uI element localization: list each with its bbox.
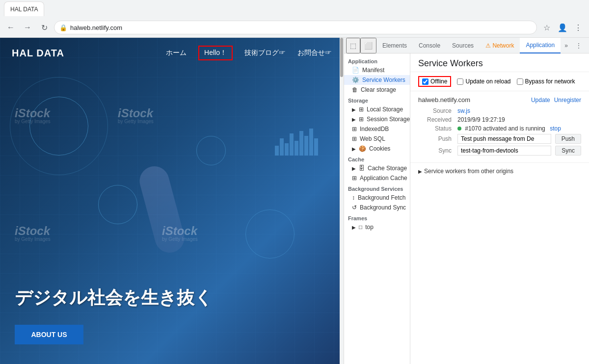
frames-top-icon: □ [359, 224, 362, 231]
sw-status-dot [457, 127, 461, 130]
back-button[interactable]: ← [4, 21, 18, 34]
offline-control[interactable]: Offline [418, 76, 451, 87]
offline-checkbox[interactable] [422, 78, 428, 85]
tab-elements[interactable]: Elements [376, 38, 413, 53]
bookmark-button[interactable]: ☆ [540, 21, 554, 34]
menu-button[interactable]: ⋮ [571, 21, 585, 34]
browser-tab[interactable]: HAL DATA [4, 1, 44, 16]
sw-received-row: Received 2019/9/9 19:27:19 [418, 116, 581, 123]
nav-contact[interactable]: お問合せ☞ [297, 49, 332, 57]
devtools-settings-button[interactable]: ⋮ [572, 38, 586, 53]
scroll-bar[interactable] [340, 38, 344, 364]
sidebar-section-application: Application [344, 55, 410, 65]
browser-chrome: HAL DATA ← → ↻ 🔒 halweb.netlify.com ☆ 👤 … [0, 0, 589, 38]
devtools-dock-button[interactable]: ⬜ [360, 38, 376, 53]
about-us-button[interactable]: ABOUT US [15, 325, 83, 344]
tab-application[interactable]: Application [520, 38, 561, 53]
session-storage-arrow: ▶ [352, 117, 356, 122]
nav-blog[interactable]: 技術ブログ☞ [244, 49, 286, 57]
sw-unregister-link[interactable]: Unregister [554, 97, 581, 104]
sidebar-item-local-storage[interactable]: ▶ ⊞ Local Storage [344, 104, 410, 114]
sidebar-label-session-storage: Session Storage [367, 116, 410, 123]
sw-source-value[interactable]: sw.js [457, 107, 470, 114]
sw-status-text: #1070 activated and is running [465, 125, 545, 132]
sw-source-label: Source [418, 107, 457, 114]
web-sql-icon: ⊞ [352, 135, 357, 142]
local-storage-arrow: ▶ [352, 107, 356, 112]
more-tabs-button[interactable]: » [561, 38, 572, 53]
bypass-network-control[interactable]: Bypass for network [517, 78, 575, 85]
reload-button[interactable]: ↻ [37, 21, 51, 34]
sw-update-link[interactable]: Update [531, 97, 550, 104]
sidebar-item-app-cache[interactable]: ⊞ Application Cache [344, 173, 410, 183]
cache-storage-icon: 🗄 [359, 165, 365, 172]
service-workers-icon: ⚙️ [352, 77, 359, 83]
devtools-main-panel: Service Workers Offline Update on reload… [410, 53, 589, 364]
account-button[interactable]: 👤 [556, 21, 569, 34]
tab-network[interactable]: ⚠ Network [480, 38, 520, 53]
sw-actions: Update Unregister [531, 97, 581, 104]
bypass-network-checkbox[interactable] [517, 78, 523, 85]
sidebar-label-manifest: Manifest [362, 67, 384, 74]
website-viewport: iStock by Getty Images iStock by Getty I… [0, 38, 344, 364]
app-cache-icon: ⊞ [352, 175, 357, 182]
sw-received-label: Received [418, 116, 457, 123]
sw-stop-link[interactable]: stop [550, 125, 561, 132]
lock-icon: 🔒 [59, 24, 67, 31]
site-nav: ホーム Hello！ 技術ブログ☞ お問合せ☞ [166, 46, 332, 60]
main-area: iStock by Getty Images iStock by Getty I… [0, 38, 589, 364]
session-storage-icon: ⊞ [359, 116, 364, 123]
sidebar-label-indexed-db: IndexedDB [360, 126, 389, 132]
manifest-icon: 📄 [352, 67, 359, 74]
sidebar-label-local-storage: Local Storage [367, 106, 403, 113]
site-header: HAL DATA ホーム Hello！ 技術ブログ☞ お問合せ☞ [0, 38, 344, 68]
sidebar-item-bg-sync[interactable]: ↺ Background Sync [344, 203, 410, 212]
sw-sync-button[interactable]: Sync [555, 146, 581, 156]
update-on-reload-checkbox[interactable] [457, 78, 463, 85]
tab-title: HAL DATA [10, 6, 38, 13]
site-logo: HAL DATA [12, 48, 64, 59]
sidebar-section-storage: Storage [344, 95, 410, 104]
sidebar-item-cache-storage[interactable]: ▶ 🗄 Cache Storage [344, 163, 410, 173]
sidebar-label-bg-fetch: Background Fetch [358, 194, 405, 201]
devtools-toggle-button[interactable]: ⬚ [346, 38, 360, 53]
nav-home[interactable]: ホーム [166, 49, 187, 57]
indexed-db-icon: ⊞ [352, 126, 357, 132]
address-bar[interactable]: 🔒 halweb.netlify.com [54, 21, 537, 34]
sw-received-value: 2019/9/9 19:27:19 [457, 116, 505, 123]
sidebar-label-service-workers: Service Workers [362, 77, 405, 83]
forward-button[interactable]: → [21, 21, 34, 34]
sw-push-label: Push [418, 135, 457, 142]
sidebar-item-frames-top[interactable]: ▶ □ top [344, 222, 410, 232]
sw-other-origins-button[interactable]: ▶ Service workers from other origins [418, 168, 581, 175]
tab-sources[interactable]: Sources [446, 38, 480, 53]
sw-site-name: halweb.netlify.com [418, 96, 470, 104]
nav-hello[interactable]: Hello！ [198, 46, 233, 60]
tab-bar: HAL DATA [0, 0, 589, 18]
update-on-reload-control[interactable]: Update on reload [457, 78, 510, 85]
bypass-network-label: Bypass for network [525, 78, 575, 85]
hero-overlay: デジタル社会を生き抜く ABOUT US [0, 38, 344, 364]
sidebar-item-manifest[interactable]: 📄 Manifest [344, 65, 410, 75]
other-origins-label: Service workers from other origins [424, 168, 513, 175]
sidebar-item-cookies[interactable]: ▶ 🍪 Cookies [344, 144, 410, 154]
sidebar-item-web-sql[interactable]: ⊞ Web SQL [344, 134, 410, 144]
bg-fetch-icon: ↕ [352, 194, 355, 201]
nav-bar: ← → ↻ 🔒 halweb.netlify.com ☆ 👤 ⋮ [0, 18, 589, 37]
sidebar-item-bg-fetch[interactable]: ↕ Background Fetch [344, 193, 410, 203]
sw-status-label: Status [418, 125, 457, 132]
sw-sync-input[interactable] [457, 146, 551, 156]
sw-sync-row: Sync Sync [418, 146, 581, 156]
sidebar-item-clear-storage[interactable]: 🗑 Clear storage [344, 85, 410, 95]
sidebar-item-session-storage[interactable]: ▶ ⊞ Session Storage [344, 114, 410, 124]
devtools-close-button[interactable]: ✕ [586, 38, 589, 53]
local-storage-icon: ⊞ [359, 106, 364, 113]
sidebar-item-indexed-db[interactable]: ⊞ IndexedDB [344, 124, 410, 134]
sw-push-button[interactable]: Push [555, 134, 581, 144]
sw-other-origins: ▶ Service workers from other origins [410, 163, 589, 180]
bg-sync-icon: ↺ [352, 204, 357, 211]
sw-push-input[interactable] [457, 134, 551, 144]
cookies-icon: 🍪 [359, 145, 366, 152]
tab-console[interactable]: Console [413, 38, 446, 53]
sidebar-item-service-workers[interactable]: ⚙️ Service Workers [344, 75, 410, 85]
